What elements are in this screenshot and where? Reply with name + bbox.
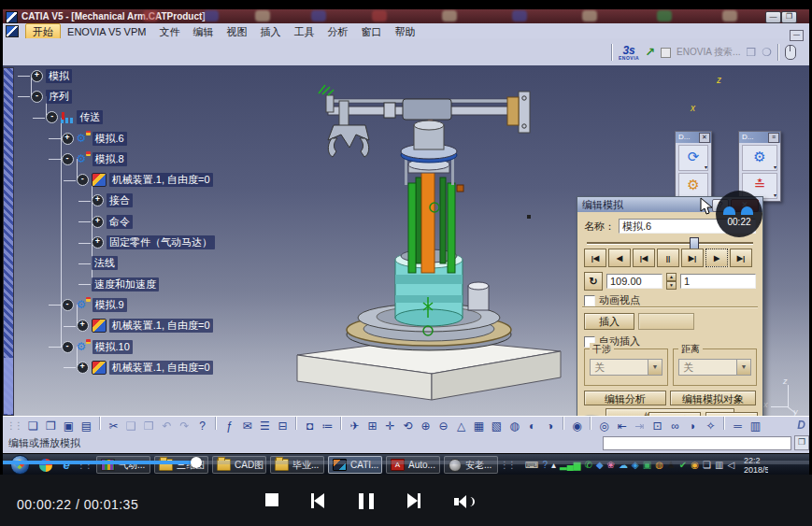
list-icon[interactable]: ☰ [257,419,273,434]
internet-explorer-icon[interactable]: e [59,458,74,473]
fit-all-icon[interactable]: ⊞ [364,419,380,434]
tree-item[interactable]: +模拟 [14,65,257,86]
video-progress-bar[interactable] [3,461,809,464]
hide-show-icon[interactable]: ◐ [524,419,540,434]
lock-icon[interactable]: ◘ [302,419,318,434]
simulation-player-icon[interactable]: ⟳ ▾ [678,145,708,171]
loop-mode-button[interactable]: ↻ [584,272,603,291]
minimize-button[interactable]: — [765,11,781,23]
power-input-icon[interactable]: ❐ [794,435,809,450]
progress-handle[interactable] [191,457,202,468]
spin-down-icon[interactable]: ▼ [666,281,677,290]
distance-select[interactable]: 关▼ [678,359,751,376]
collapse-icon[interactable]: - [62,341,74,353]
palette-menu-button[interactable]: ≡ [768,133,779,143]
iso-view-icon[interactable]: ▧ [489,419,505,434]
command-field[interactable] [603,436,791,450]
tree-item[interactable]: +模拟.6 [14,128,257,149]
cut-icon[interactable]: ✂ [106,419,121,434]
animate-viewpoint-checkbox[interactable] [584,295,595,306]
tree-item[interactable]: +机械装置.1, 自由度=0 [14,316,257,336]
open-icon[interactable]: ❐ [43,419,59,434]
tree-item[interactable]: +命令 [14,211,257,232]
maximize-button[interactable]: ❐ [781,11,797,23]
taskbar-button-folder[interactable]: 毕业... [270,456,324,474]
enovia-search-checkbox[interactable] [661,48,671,58]
stop-button[interactable] [265,493,278,506]
new-icon[interactable]: ❏ [25,419,41,434]
timeline-slider[interactable] [587,239,753,247]
edit-simulation-objects-button[interactable]: 编辑模拟对象 [670,391,756,405]
palette-close-button[interactable]: ✕ [699,133,710,143]
enovia-tool-icon[interactable]: ❍ [762,46,772,59]
tree-scroll-stripe[interactable] [3,67,14,416]
tree-item[interactable]: +固定零件（气动马达） [14,232,257,252]
dropdown-arrow-icon[interactable]: ▼ [648,360,662,375]
insert-button[interactable]: 插入 [584,313,634,330]
tree-item[interactable]: 法线 [14,253,257,274]
camera-icon[interactable]: ◉ [569,419,585,434]
comment-icon[interactable]: ✉ [239,419,255,434]
whats-this-icon[interactable]: ? [194,419,210,434]
zoom-box-icon[interactable]: ⊡ [649,419,665,434]
start-button[interactable] [10,455,30,475]
dropdown-arrow-icon[interactable]: ▼ [736,360,750,375]
zoom-out-icon[interactable]: ⊖ [435,419,451,434]
target-icon[interactable]: ◎ [596,419,612,434]
pause-button[interactable] [356,493,377,509]
tree-item[interactable]: +接合 [14,191,257,211]
transport-play-forward-button[interactable]: ▶ [705,249,728,267]
ruler-icon[interactable]: ═ [730,419,746,434]
tree-item[interactable]: -序列 [14,86,257,107]
menu-item[interactable]: ENOVIA V5 VPM [61,25,152,38]
collapse-icon[interactable]: - [77,174,89,186]
module-icon[interactable]: ⊟ [275,419,291,434]
expand-icon[interactable]: + [92,216,104,228]
tree-item[interactable]: -模拟.8 [14,149,257,169]
mechanical-arm-model[interactable] [274,73,582,402]
tree-item[interactable]: 速度和加速度 [14,274,257,294]
palette-title-bar[interactable]: D... ✕ [676,132,711,143]
toolbar-grip[interactable]: ⋮⋮ [7,420,21,431]
video-frame[interactable]: CATIA V5 - [Mechanical Arm.CATProduct] —… [3,9,809,475]
taskbar-button-catia[interactable]: CATI... [328,456,382,474]
light-icon[interactable]: ✧ [703,419,719,434]
volume-icon[interactable] [454,495,475,508]
expand-icon[interactable]: + [77,362,89,374]
multi-view-icon[interactable]: ▦ [471,419,487,434]
interference-select[interactable]: 关▼ [590,359,662,376]
undo-icon[interactable]: ↶ [159,419,175,434]
taskbar-button-acad[interactable]: Auto... [386,456,440,474]
transport-jump-to-end-button[interactable]: ▶| [730,249,752,267]
key-value-icon[interactable]: ≔ [320,419,335,434]
expand-icon[interactable]: + [62,133,74,145]
collapse-icon[interactable]: - [46,111,58,123]
zoom-in-icon[interactable]: ⊕ [418,419,434,434]
shaded-icon[interactable]: ◗ [685,419,701,434]
transport-step-backward-button[interactable]: |◀ [633,249,655,267]
time-spinner[interactable]: ▲▼ [666,273,677,290]
transport-play-backward-button[interactable]: ◀ [608,249,631,267]
document-icon[interactable] [6,25,19,37]
tree-item[interactable]: -模拟.10 [14,336,257,357]
swap-visible-icon[interactable]: ◑ [542,419,558,434]
normal-view-icon[interactable]: △ [453,419,469,434]
collapse-icon[interactable]: - [31,91,43,103]
insert-mode-button[interactable] [638,313,694,330]
expand-icon[interactable]: + [77,320,89,332]
flyout-arrow-icon[interactable]: ▾ [774,164,776,170]
spin-up-icon[interactable]: ▲ [666,273,677,281]
3d-viewport[interactable]: +模拟-序列-传送+模拟.6-模拟.8-机械装置.1, 自由度=0+接合+命令+… [3,65,809,416]
mdi-minimize-button[interactable]: — [790,30,804,41]
taskbar-button-rar[interactable]: 气动... [96,456,150,474]
tree-item[interactable]: -模拟.9 [14,294,257,315]
rotate-icon[interactable]: ⟲ [400,419,416,434]
tree-item[interactable]: -机械装置.1, 自由度=0 [14,169,257,190]
transport-pause-button[interactable]: || [657,249,679,267]
collapse-icon[interactable]: - [62,153,74,165]
time-value-field[interactable]: 109.00 [606,274,662,289]
copy-icon[interactable]: ❑ [123,419,139,434]
render-style-icon[interactable]: ◍ [506,419,522,434]
mouse-settings-icon[interactable] [785,45,796,60]
previous-button[interactable] [311,493,324,508]
